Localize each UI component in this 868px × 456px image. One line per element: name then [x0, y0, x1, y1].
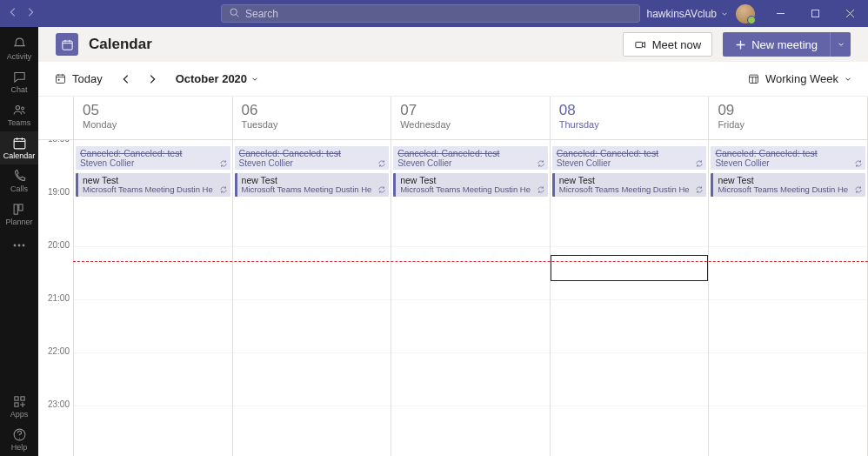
time-label: 20:00: [48, 240, 70, 250]
event-meeting[interactable]: new TestMicrosoft Teams Meeting Dustin H…: [711, 173, 865, 197]
svg-rect-4: [14, 139, 25, 149]
window-close[interactable]: [835, 0, 865, 27]
svg-point-2: [16, 106, 19, 110]
rail-teams[interactable]: Teams: [0, 98, 38, 131]
today-button[interactable]: Today: [54, 67, 103, 91]
time-label: 19:00: [48, 187, 70, 197]
day-column[interactable]: Canceled: Canceled: testSteven Collierne…: [232, 140, 391, 456]
svg-rect-6: [18, 205, 22, 211]
search-box[interactable]: [221, 4, 640, 23]
view-picker[interactable]: Working Week: [747, 72, 852, 85]
day-header[interactable]: 07Wednesday: [391, 97, 550, 139]
svg-point-14: [18, 438, 19, 439]
window-maximize[interactable]: [800, 0, 830, 27]
svg-rect-1: [811, 10, 818, 17]
day-column[interactable]: Canceled: Canceled: testSteven Collierne…: [391, 140, 550, 456]
titlebar: hawkinsAVclub: [0, 0, 868, 27]
time-label: 18:00: [48, 140, 70, 144]
time-label: 23:00: [48, 399, 70, 409]
day-header[interactable]: 08Thursday: [550, 97, 709, 139]
svg-rect-10: [14, 397, 17, 400]
current-time-line: [73, 261, 868, 262]
day-column[interactable]: Canceled: Canceled: testSteven Collierne…: [73, 140, 232, 456]
history-back[interactable]: [7, 6, 19, 22]
time-label: 22:00: [48, 346, 70, 356]
rail-help[interactable]: Help: [0, 423, 38, 456]
event-meeting[interactable]: new TestMicrosoft Teams Meeting Dustin H…: [76, 173, 230, 197]
page-title: Calendar: [89, 36, 152, 53]
window-minimize[interactable]: [765, 0, 795, 27]
avatar[interactable]: [736, 4, 755, 23]
svg-rect-5: [14, 205, 17, 214]
calendar-app-icon: [56, 33, 78, 56]
event-meeting[interactable]: new TestMicrosoft Teams Meeting Dustin H…: [393, 173, 548, 197]
svg-point-0: [230, 9, 237, 15]
svg-rect-15: [62, 41, 71, 50]
rail-planner[interactable]: Planner: [0, 198, 38, 231]
rail-calls[interactable]: Calls: [0, 164, 38, 198]
search-icon: [229, 6, 240, 22]
svg-point-18: [58, 79, 60, 81]
event-canceled[interactable]: Canceled: Canceled: testSteven Collier: [393, 146, 548, 170]
app-rail: Activity Chat Teams Calendar Calls Plann…: [0, 27, 38, 456]
new-meeting-button[interactable]: New meeting: [723, 32, 830, 57]
svg-point-7: [14, 245, 17, 247]
day-header[interactable]: 05Monday: [73, 97, 232, 139]
event-meeting[interactable]: new TestMicrosoft Teams Meeting Dustin H…: [235, 173, 390, 197]
next-week-button[interactable]: [141, 68, 164, 91]
time-label: 21:00: [48, 293, 70, 303]
day-header[interactable]: 09Friday: [708, 97, 868, 139]
event-canceled[interactable]: Canceled: Canceled: testSteven Collier: [235, 146, 390, 170]
event-canceled[interactable]: Canceled: Canceled: testSteven Collier: [711, 146, 865, 170]
meet-now-button[interactable]: Meet now: [623, 32, 712, 57]
rail-chat[interactable]: Chat: [0, 65, 38, 98]
rail-activity[interactable]: Activity: [0, 32, 38, 65]
svg-point-9: [23, 245, 25, 247]
svg-rect-12: [14, 403, 17, 406]
calendar-toolbar: Today October 2020 Working Week: [38, 62, 868, 97]
svg-rect-16: [636, 42, 643, 47]
svg-point-3: [21, 107, 23, 110]
svg-point-8: [18, 245, 21, 247]
prev-week-button[interactable]: [115, 68, 137, 91]
day-column[interactable]: Canceled: Canceled: testSteven Collierne…: [708, 140, 868, 456]
search-input[interactable]: [245, 8, 632, 20]
event-canceled[interactable]: Canceled: Canceled: testSteven Collier: [76, 146, 230, 170]
day-header[interactable]: 06Tuesday: [232, 97, 391, 139]
day-column[interactable]: Canceled: Canceled: testSteven Collierne…: [550, 140, 709, 456]
svg-rect-11: [20, 397, 23, 400]
event-canceled[interactable]: Canceled: Canceled: testSteven Collier: [552, 146, 707, 170]
calendar-grid: 05Monday06Tuesday07Wednesday08Thursday09…: [38, 97, 868, 456]
month-picker[interactable]: October 2020: [176, 72, 259, 85]
rail-more[interactable]: [0, 231, 38, 260]
page-header: Calendar Meet now New meeting: [38, 27, 868, 62]
username-dropdown[interactable]: hawkinsAVclub: [647, 8, 729, 20]
svg-rect-17: [57, 75, 65, 83]
rail-apps[interactable]: Apps: [0, 390, 38, 423]
selected-slot[interactable]: [551, 255, 709, 281]
rail-calendar[interactable]: Calendar: [0, 131, 38, 164]
svg-rect-19: [749, 75, 758, 83]
event-meeting[interactable]: new TestMicrosoft Teams Meeting Dustin H…: [552, 173, 707, 197]
history-forward[interactable]: [24, 6, 37, 22]
new-meeting-dropdown[interactable]: [830, 32, 851, 57]
